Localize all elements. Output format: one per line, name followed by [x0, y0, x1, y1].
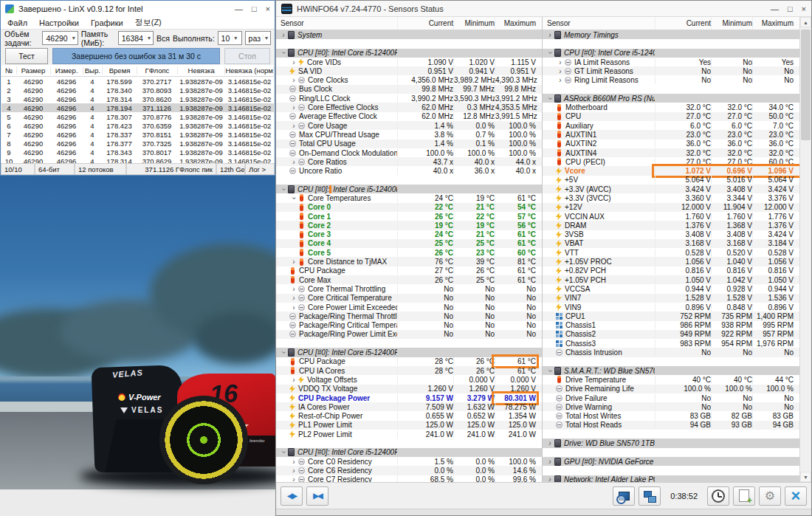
chevron-down-icon[interactable]: ›	[280, 185, 288, 193]
vertical-scrollbar[interactable]: ▲ ▼	[800, 17, 811, 482]
sensor-row[interactable]: AUXTIN123.0 °C23.0 °C23.0 °C	[543, 130, 799, 139]
sensor-row[interactable]: CPU Package28 °C26 °C61 °C	[276, 357, 542, 366]
chevron-right-icon[interactable]: ›	[289, 303, 298, 312]
chevron-down-icon[interactable]: ›	[546, 49, 554, 57]
linx-column-header[interactable]: №	[1, 66, 17, 75]
collapse-columns-button[interactable]: ▶◀	[306, 486, 328, 506]
linx-column-header[interactable]: Размер	[17, 66, 51, 75]
sensor-row[interactable]: +1.05V PROC1.056 V1.040 V1.056 V	[543, 257, 799, 266]
sensor-row[interactable]: +1.05V PCH1.050 V1.042 V1.050 V	[543, 275, 799, 284]
menu-graphs[interactable]: Графики	[91, 18, 123, 27]
sensor-group-row[interactable]: ›S.M.A.R.T.: WD Blue SN570 1TB (2147C3..…	[543, 366, 799, 375]
sensor-group-row[interactable]: ›ASRock B660M Pro RS (Nuvoton NCT6796D)	[543, 94, 799, 103]
hwinfo-minimize-button[interactable]: —	[771, 4, 779, 13]
chevron-right-icon[interactable]: ›	[289, 458, 298, 466]
sensor-group-row[interactable]: ›Memory Timings	[543, 30, 799, 39]
sensor-row[interactable]: ›Core C7 Residency68.5 %0.0 %99.6 %	[276, 475, 542, 482]
chevron-right-icon[interactable]: ›	[289, 58, 298, 66]
sensor-group-row[interactable]: ›CPU [#0]: Intel Core i5-12400F: DTS	[276, 185, 542, 193]
chevron-down-icon[interactable]: ›	[280, 348, 288, 357]
column-sensor[interactable]: Sensor	[276, 17, 398, 30]
sensor-group-row[interactable]: ›CPU [#0]: Intel Core i5-12400F: C-State…	[276, 448, 542, 457]
sensor-row[interactable]: Chassis3983 RPM954 RPM1,976 RPM	[543, 339, 799, 348]
sensor-group-row[interactable]: ›CPU [#0]: Intel Core i5-12400F	[276, 49, 542, 58]
chevron-right-icon[interactable]: ›	[556, 58, 565, 66]
test-button[interactable]: Тест	[5, 48, 48, 64]
sensor-row[interactable]: DRAM1.376 V1.368 V1.376 V	[543, 221, 799, 230]
linx-table-row[interactable]: 646290462964178.423370.63591.938287e-093…	[1, 121, 274, 130]
column-sensor[interactable]: Sensor	[543, 17, 656, 30]
sensor-row[interactable]: Vcore1.072 V0.696 V1.096 V	[543, 166, 799, 175]
sensor-row[interactable]: Core 526 °C23 °C60 °C	[276, 248, 542, 257]
screen-capture-button[interactable]	[613, 486, 635, 506]
sensor-row[interactable]: +3.3V (3VCC)3.360 V3.344 V3.376 V	[543, 193, 799, 202]
scroll-down-icon[interactable]: ▼	[800, 472, 811, 482]
memory-select[interactable]: 16384 ▾	[118, 31, 154, 45]
linx-column-header[interactable]: Невязка	[178, 66, 226, 75]
sensor-row[interactable]: CPU Package Power9.157 W3.279 W80.301 W	[276, 393, 542, 402]
linx-table-row[interactable]: 146290462964178.599370.27171.938287e-093…	[1, 77, 274, 86]
sensor-group-row[interactable]: ›CPU [#0]: Intel Core i5-12400F: Enhance…	[276, 348, 542, 357]
expand-columns-button[interactable]: ◀▶	[281, 486, 303, 506]
sensor-row[interactable]: VIN71.528 V1.528 V1.536 V	[543, 294, 799, 303]
linx-table-row[interactable]: 1046290462964178.314370.86291.938287e-09…	[1, 156, 274, 163]
times-unit-select[interactable]: раз ▾	[245, 31, 271, 45]
sensor-row[interactable]: ›IA Limit ReasonsYesNoYes	[543, 58, 799, 66]
sensor-row[interactable]: CPU IA Cores28 °C26 °C61 °C	[276, 366, 542, 375]
sensor-row[interactable]: +0.82V PCH0.816 V0.816 V0.816 V	[543, 266, 799, 275]
linx-close-button[interactable]: ×	[266, 4, 270, 13]
chevron-right-icon[interactable]: ›	[556, 76, 565, 84]
sensor-row[interactable]: ›Core VIDs1.090 V1.020 V1.115 V	[276, 58, 542, 66]
sensor-row[interactable]: Chassis1986 RPM938 RPM995 RPM	[543, 321, 799, 330]
sensor-row[interactable]: Bus Clock99.8 MHz99.7 MHz99.8 MHz	[276, 85, 542, 94]
column-minimum[interactable]: Minimum	[454, 17, 495, 30]
linx-maximize-button[interactable]: □	[252, 4, 257, 13]
linx-table-row[interactable]: 946290462964178.343370.80171.938287e-093…	[1, 148, 274, 156]
sensor-row[interactable]: +5V5.064 V5.016 V5.064 V	[543, 176, 799, 185]
stop-button[interactable]: Стоп	[224, 48, 270, 64]
sensor-row[interactable]: Drive Temperature40 °C40 °C44 °C	[543, 375, 799, 384]
sensor-row[interactable]: ›Core Ratios43.7 x40.0 x44.0 x	[276, 157, 542, 166]
sensor-row[interactable]: Ring/LLC Clock3,990.2 MHz3,590.3 MHz3,99…	[276, 94, 542, 103]
sensor-row[interactable]: ›Core Temperatures24 °C19 °C61 °C	[276, 193, 542, 202]
sensor-row[interactable]: ›Core C0 Residency1.5 %0.0 %100.0 %	[276, 457, 542, 466]
sensor-row[interactable]: Drive FailureNoNoNo	[543, 393, 799, 402]
sensor-row[interactable]: SA VID0.951 V0.941 V0.951 V	[276, 66, 542, 75]
sensor-row[interactable]: Rest-of-Chip Power0.655 W0.652 W1.354 W	[276, 411, 542, 420]
sensor-row[interactable]: VTT0.528 V0.520 V0.528 V	[543, 248, 799, 257]
scroll-up-icon[interactable]: ▲	[800, 17, 811, 27]
scrollbar-thumb[interactable]	[801, 30, 811, 140]
sensor-row[interactable]: 3VSB3.408 V3.408 V3.424 V	[543, 230, 799, 239]
linx-column-header[interactable]: Время	[103, 66, 137, 75]
chevron-right-icon[interactable]: ›	[289, 467, 298, 475]
sensor-row[interactable]: ›Core Thermal ThrottlingNoNoNo	[276, 284, 542, 293]
sensor-row[interactable]: +12V12.000 V11.904 V12.000 V	[543, 203, 799, 212]
linx-table-row[interactable]: 246290462964178.340370.80931.938287e-093…	[1, 86, 274, 94]
column-maximum[interactable]: Maximum	[495, 17, 536, 30]
chevron-down-icon[interactable]: ›	[546, 367, 554, 375]
chevron-right-icon[interactable]: ›	[289, 122, 298, 130]
sensor-row[interactable]: VIN90.896 V0.848 V0.896 V	[543, 303, 799, 312]
chevron-right-icon[interactable]: ›	[279, 31, 288, 39]
linx-column-header[interactable]: Невязка (норм.)	[225, 66, 274, 75]
column-minimum[interactable]: Minimum	[712, 17, 753, 30]
sensor-group-row[interactable]: ›System	[276, 30, 542, 39]
sensor-row[interactable]: Package/Ring Critical TemperatureNoNoNo	[276, 321, 542, 330]
sensor-row[interactable]: ›Core Effective Clocks62.0 MHz0.3 MHz4,3…	[276, 103, 542, 111]
sensor-row[interactable]: ›Core C6 Residency0.0 %0.0 %14.6 %	[276, 466, 542, 475]
sensor-row[interactable]: CPU1752 RPM735 RPM1,400 RPM	[543, 312, 799, 320]
sensor-row[interactable]: Chassis IntrusionNoNoNo	[543, 348, 799, 357]
sensor-row[interactable]: Drive WarningNoNoNo	[543, 402, 799, 411]
sensor-row[interactable]: ›Core Usage1.4 %0.0 %100.0 %	[276, 121, 542, 130]
column-current[interactable]: Current	[656, 17, 712, 30]
sensor-row[interactable]: PL2 Power Limit241.0 W241.0 W241.0 W	[276, 430, 542, 438]
sensor-group-row[interactable]: ›Network: Intel Alder Lake PCH - I219-V …	[543, 475, 799, 482]
chevron-down-icon[interactable]: ›	[280, 49, 288, 57]
chevron-down-icon[interactable]: ›	[280, 448, 288, 456]
sensor-row[interactable]: Auxiliary6.0 °C6.0 °C7.0 °C	[543, 121, 799, 130]
sensor-row[interactable]: Motherboard32.0 °C32.0 °C34.0 °C	[543, 103, 799, 111]
sensor-row[interactable]: ›Core Critical TemperatureNoNoNo	[276, 294, 542, 303]
sensor-row[interactable]: Core 022 °C21 °C54 °C	[276, 203, 542, 212]
hwinfo-maximize-button[interactable]: □	[788, 4, 793, 13]
task-size-select[interactable]: 46290 ▾	[42, 31, 78, 45]
